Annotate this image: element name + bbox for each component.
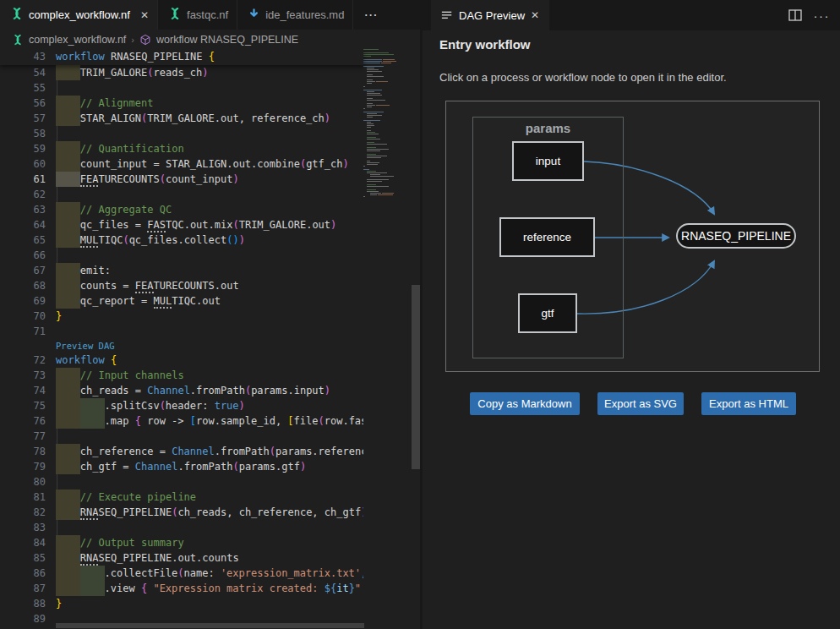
indent-highlight <box>56 141 80 156</box>
code-line[interactable]: 85RNASEQ_PIPELINE.out.counts <box>0 550 363 566</box>
code-line[interactable]: 72workflow { <box>0 353 363 368</box>
code-line[interactable]: 58 <box>0 126 363 141</box>
line-number: 67 <box>0 263 46 278</box>
editor-tab-bar: complex_workflow.nf ✕ fastqc.nf <box>0 0 420 30</box>
breadcrumb-file[interactable]: complex_workflow.nf <box>29 34 126 46</box>
code-line[interactable]: 55 <box>0 80 363 96</box>
nextflow-icon <box>12 34 24 46</box>
line-number: 76 <box>0 413 46 429</box>
tab-dag-preview[interactable]: DAG Preview ✕ <box>431 0 549 30</box>
indent-highlight <box>56 535 80 550</box>
code-line-text: workflow RNASEQ_PIPELINE { <box>56 49 215 64</box>
nextflow-icon <box>10 7 24 23</box>
line-number: 75 <box>0 398 46 413</box>
code-line[interactable]: 56// Alignment <box>0 96 363 111</box>
vertical-scrollbar-thumb[interactable] <box>412 285 420 469</box>
code-line[interactable]: 79ch_gtf = Channel.fromPath(params.gtf) <box>0 459 363 474</box>
code-line[interactable]: 70} <box>0 309 363 324</box>
tab-complex-workflow[interactable]: complex_workflow.nf ✕ <box>0 0 158 30</box>
code-line[interactable]: 63// Aggregate QC <box>0 202 363 217</box>
code-line[interactable]: 84// Output summary <box>0 535 363 550</box>
code-line[interactable]: 76.map { row -> [row.sample_id, [file(ro… <box>0 413 363 429</box>
vertical-scrollbar[interactable] <box>411 49 420 629</box>
line-number: 70 <box>0 309 46 324</box>
code-line[interactable]: 59// Quantification <box>0 141 363 156</box>
code-editor[interactable]: 43workflow RNASEQ_PIPELINE { 54TRIM_GALO… <box>0 49 420 629</box>
code-line-text: MULTIQC(qc_files.collect()) <box>80 232 245 248</box>
code-line[interactable]: 86.collectFile(name: 'expression_matrix.… <box>0 566 363 581</box>
tab-fastqc[interactable]: fastqc.nf <box>158 0 237 30</box>
code-line[interactable]: 64qc_files = FASTQC.out.mix(TRIM_GALORE.… <box>0 217 363 232</box>
code-line[interactable]: 81// Execute pipeline <box>0 490 363 505</box>
copy-as-markdown-button[interactable]: Copy as Markdown <box>470 392 580 415</box>
line-number: 55 <box>0 80 46 96</box>
indent-guide <box>57 474 57 490</box>
indent-guide <box>57 248 57 263</box>
split-editor-icon[interactable] <box>788 9 802 21</box>
chevron-right-icon: › <box>131 35 134 45</box>
indent-guide <box>57 187 57 202</box>
code-line-text: counts = FEATURECOUNTS.out <box>80 278 239 293</box>
minimap[interactable] <box>363 49 411 629</box>
codelens-preview-dag[interactable]: Preview DAG <box>56 339 115 353</box>
dag-node-reference[interactable]: reference <box>499 217 595 257</box>
dag-node-rnaseq-pipeline[interactable]: RNASEQ_PIPELINE <box>676 223 796 249</box>
code-line[interactable]: 71 <box>0 324 363 339</box>
code-line[interactable]: 60count_input = STAR_ALIGN.out.combine(g… <box>0 156 363 172</box>
line-number: 68 <box>0 278 46 293</box>
code-line[interactable]: 83 <box>0 520 363 535</box>
code-line-text: ch_gtf = Channel.fromPath(params.gtf) <box>80 459 306 474</box>
dag-node-gtf[interactable]: gtf <box>518 293 577 333</box>
line-number: 65 <box>0 232 46 248</box>
code-line[interactable]: 77 <box>0 429 363 444</box>
indent-guide <box>57 126 57 141</box>
dag-node-input[interactable]: input <box>512 141 584 181</box>
line-number: 78 <box>0 444 46 459</box>
code-line[interactable]: 67emit: <box>0 263 363 278</box>
export-as-svg-button[interactable]: Export as SVG <box>597 392 684 415</box>
code-line[interactable]: 61FEATURECOUNTS(count_input) <box>0 172 363 187</box>
code-line[interactable]: 88} <box>0 596 363 611</box>
code-line-text: ch_reads = Channel.fromPath(params.input… <box>80 383 330 398</box>
code-line[interactable]: 62 <box>0 187 363 202</box>
code-line-text: TRIM_GALORE(reads_ch) <box>80 65 209 80</box>
indent-highlight <box>56 232 80 248</box>
code-line[interactable]: 69qc_report = MULTIQC.out <box>0 293 363 309</box>
more-actions-icon[interactable]: ··· <box>814 8 831 23</box>
code-line[interactable]: 87.view { "Expression matrix created: ${… <box>0 581 363 596</box>
code-line-text: qc_files = FASTQC.out.mix(TRIM_GALORE.ou… <box>80 217 337 232</box>
code-line[interactable]: 66 <box>0 248 363 263</box>
nextflow-icon <box>168 7 182 23</box>
indent-highlight <box>56 278 80 293</box>
panel-actions: ··· <box>788 0 831 30</box>
code-line[interactable]: 80 <box>0 474 363 490</box>
horizontal-scrollbar-thumb[interactable] <box>56 623 364 628</box>
tab-overflow-icon[interactable]: ⋯ <box>363 7 379 23</box>
code-line[interactable]: 73// Input channels <box>0 368 363 383</box>
dag-group-label: params <box>473 121 623 135</box>
code-line[interactable]: 54TRIM_GALORE(reads_ch) <box>0 65 363 80</box>
export-as-html-button[interactable]: Export as HTML <box>701 392 796 415</box>
tab-ide-features[interactable]: ide_features.md <box>237 0 353 30</box>
breadcrumb: complex_workflow.nf › workflow RNASEQ_PI… <box>0 30 420 49</box>
line-number: 43 <box>0 49 46 64</box>
code-line[interactable]: 68counts = FEATURECOUNTS.out <box>0 278 363 293</box>
code-line[interactable]: 57STAR_ALIGN(TRIM_GALORE.out, reference_… <box>0 111 363 126</box>
code-line[interactable]: 78ch_reference = Channel.fromPath(params… <box>0 444 363 459</box>
breadcrumb-symbol[interactable]: workflow RNASEQ_PIPELINE <box>156 34 298 46</box>
line-number: 72 <box>0 353 46 368</box>
indent-highlight <box>56 444 80 459</box>
indent-highlight <box>56 172 80 187</box>
code-line-text: RNASEQ_PIPELINE(ch_reads, ch_reference, … <box>80 505 363 520</box>
sticky-scroll-line[interactable]: 43workflow RNASEQ_PIPELINE { <box>0 49 363 65</box>
indent-highlight <box>80 413 105 429</box>
code-line[interactable]: 74ch_reads = Channel.fromPath(params.inp… <box>0 383 363 398</box>
close-icon[interactable]: ✕ <box>531 9 539 21</box>
close-icon[interactable]: ✕ <box>140 9 149 21</box>
code-line[interactable]: 65MULTIQC(qc_files.collect()) <box>0 232 363 248</box>
code-line[interactable]: 82RNASEQ_PIPELINE(ch_reads, ch_reference… <box>0 505 363 520</box>
line-number: 62 <box>0 187 46 202</box>
line-number: 73 <box>0 368 46 383</box>
code-line[interactable]: 75.splitCsv(header: true) <box>0 398 363 413</box>
line-number: 59 <box>0 141 46 156</box>
